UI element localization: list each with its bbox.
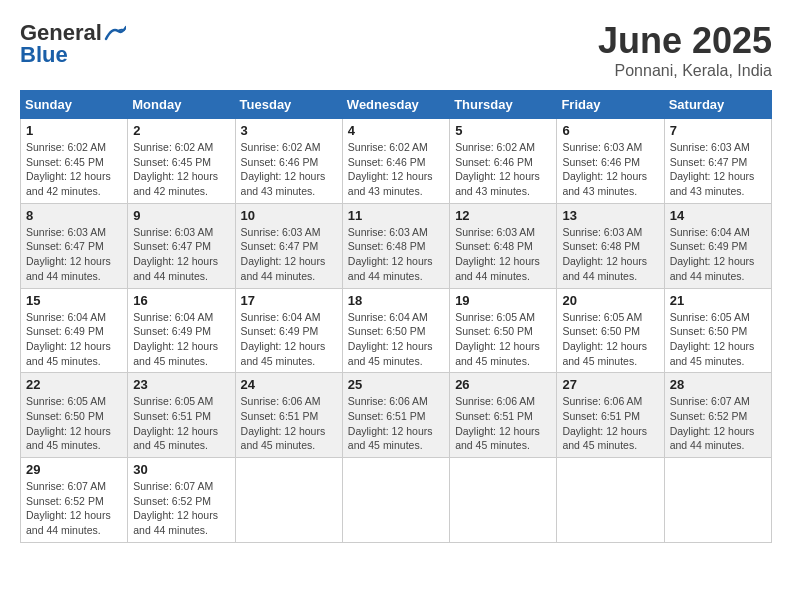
calendar-table: Sunday Monday Tuesday Wednesday Thursday… [20, 90, 772, 543]
day-info: Sunrise: 6:05 AM Sunset: 6:50 PM Dayligh… [26, 394, 122, 453]
day-info: Sunrise: 6:02 AM Sunset: 6:46 PM Dayligh… [455, 140, 551, 199]
day-info: Sunrise: 6:04 AM Sunset: 6:49 PM Dayligh… [133, 310, 229, 369]
calendar-cell [342, 458, 449, 543]
title-area: June 2025 Ponnani, Kerala, India [598, 20, 772, 80]
header-sunday: Sunday [21, 91, 128, 119]
header-wednesday: Wednesday [342, 91, 449, 119]
day-info: Sunrise: 6:02 AM Sunset: 6:46 PM Dayligh… [241, 140, 337, 199]
calendar-cell: 7 Sunrise: 6:03 AM Sunset: 6:47 PM Dayli… [664, 119, 771, 204]
day-info: Sunrise: 6:06 AM Sunset: 6:51 PM Dayligh… [455, 394, 551, 453]
calendar-cell: 21 Sunrise: 6:05 AM Sunset: 6:50 PM Dayl… [664, 288, 771, 373]
day-number: 27 [562, 377, 658, 392]
location-text: Ponnani, Kerala, India [598, 62, 772, 80]
day-info: Sunrise: 6:06 AM Sunset: 6:51 PM Dayligh… [241, 394, 337, 453]
calendar-week-row: 15 Sunrise: 6:04 AM Sunset: 6:49 PM Dayl… [21, 288, 772, 373]
day-number: 21 [670, 293, 766, 308]
day-info: Sunrise: 6:07 AM Sunset: 6:52 PM Dayligh… [26, 479, 122, 538]
calendar-cell: 28 Sunrise: 6:07 AM Sunset: 6:52 PM Dayl… [664, 373, 771, 458]
day-info: Sunrise: 6:03 AM Sunset: 6:47 PM Dayligh… [26, 225, 122, 284]
day-info: Sunrise: 6:03 AM Sunset: 6:46 PM Dayligh… [562, 140, 658, 199]
day-info: Sunrise: 6:04 AM Sunset: 6:49 PM Dayligh… [241, 310, 337, 369]
page-header: General Blue June 2025 Ponnani, Kerala, … [20, 20, 772, 80]
day-info: Sunrise: 6:05 AM Sunset: 6:50 PM Dayligh… [562, 310, 658, 369]
logo-blue-text: Blue [20, 42, 68, 68]
month-title: June 2025 [598, 20, 772, 62]
calendar-cell: 20 Sunrise: 6:05 AM Sunset: 6:50 PM Dayl… [557, 288, 664, 373]
day-number: 17 [241, 293, 337, 308]
day-number: 2 [133, 123, 229, 138]
day-number: 3 [241, 123, 337, 138]
day-info: Sunrise: 6:03 AM Sunset: 6:48 PM Dayligh… [455, 225, 551, 284]
day-info: Sunrise: 6:05 AM Sunset: 6:50 PM Dayligh… [670, 310, 766, 369]
day-number: 30 [133, 462, 229, 477]
day-info: Sunrise: 6:03 AM Sunset: 6:47 PM Dayligh… [670, 140, 766, 199]
day-number: 8 [26, 208, 122, 223]
calendar-cell: 15 Sunrise: 6:04 AM Sunset: 6:49 PM Dayl… [21, 288, 128, 373]
day-info: Sunrise: 6:03 AM Sunset: 6:47 PM Dayligh… [133, 225, 229, 284]
day-number: 28 [670, 377, 766, 392]
day-number: 25 [348, 377, 444, 392]
calendar-cell: 18 Sunrise: 6:04 AM Sunset: 6:50 PM Dayl… [342, 288, 449, 373]
day-number: 29 [26, 462, 122, 477]
day-info: Sunrise: 6:02 AM Sunset: 6:45 PM Dayligh… [26, 140, 122, 199]
calendar-cell [450, 458, 557, 543]
calendar-cell: 16 Sunrise: 6:04 AM Sunset: 6:49 PM Dayl… [128, 288, 235, 373]
calendar-cell: 2 Sunrise: 6:02 AM Sunset: 6:45 PM Dayli… [128, 119, 235, 204]
day-number: 26 [455, 377, 551, 392]
calendar-week-row: 8 Sunrise: 6:03 AM Sunset: 6:47 PM Dayli… [21, 203, 772, 288]
day-info: Sunrise: 6:07 AM Sunset: 6:52 PM Dayligh… [133, 479, 229, 538]
weekday-header-row: Sunday Monday Tuesday Wednesday Thursday… [21, 91, 772, 119]
day-number: 18 [348, 293, 444, 308]
calendar-cell: 17 Sunrise: 6:04 AM Sunset: 6:49 PM Dayl… [235, 288, 342, 373]
header-monday: Monday [128, 91, 235, 119]
day-number: 20 [562, 293, 658, 308]
calendar-cell: 8 Sunrise: 6:03 AM Sunset: 6:47 PM Dayli… [21, 203, 128, 288]
day-info: Sunrise: 6:03 AM Sunset: 6:47 PM Dayligh… [241, 225, 337, 284]
day-info: Sunrise: 6:05 AM Sunset: 6:51 PM Dayligh… [133, 394, 229, 453]
day-info: Sunrise: 6:02 AM Sunset: 6:45 PM Dayligh… [133, 140, 229, 199]
day-number: 12 [455, 208, 551, 223]
calendar-cell [235, 458, 342, 543]
day-info: Sunrise: 6:05 AM Sunset: 6:50 PM Dayligh… [455, 310, 551, 369]
day-info: Sunrise: 6:03 AM Sunset: 6:48 PM Dayligh… [562, 225, 658, 284]
day-info: Sunrise: 6:06 AM Sunset: 6:51 PM Dayligh… [348, 394, 444, 453]
day-info: Sunrise: 6:06 AM Sunset: 6:51 PM Dayligh… [562, 394, 658, 453]
calendar-week-row: 1 Sunrise: 6:02 AM Sunset: 6:45 PM Dayli… [21, 119, 772, 204]
calendar-week-row: 29 Sunrise: 6:07 AM Sunset: 6:52 PM Dayl… [21, 458, 772, 543]
calendar-cell: 4 Sunrise: 6:02 AM Sunset: 6:46 PM Dayli… [342, 119, 449, 204]
header-tuesday: Tuesday [235, 91, 342, 119]
calendar-cell: 12 Sunrise: 6:03 AM Sunset: 6:48 PM Dayl… [450, 203, 557, 288]
day-number: 10 [241, 208, 337, 223]
day-number: 4 [348, 123, 444, 138]
day-number: 22 [26, 377, 122, 392]
day-number: 1 [26, 123, 122, 138]
day-info: Sunrise: 6:04 AM Sunset: 6:50 PM Dayligh… [348, 310, 444, 369]
header-thursday: Thursday [450, 91, 557, 119]
logo-bird-icon [104, 25, 126, 41]
day-number: 6 [562, 123, 658, 138]
calendar-cell: 25 Sunrise: 6:06 AM Sunset: 6:51 PM Dayl… [342, 373, 449, 458]
calendar-cell: 11 Sunrise: 6:03 AM Sunset: 6:48 PM Dayl… [342, 203, 449, 288]
calendar-cell: 9 Sunrise: 6:03 AM Sunset: 6:47 PM Dayli… [128, 203, 235, 288]
day-number: 7 [670, 123, 766, 138]
calendar-cell: 1 Sunrise: 6:02 AM Sunset: 6:45 PM Dayli… [21, 119, 128, 204]
calendar-cell: 10 Sunrise: 6:03 AM Sunset: 6:47 PM Dayl… [235, 203, 342, 288]
day-number: 15 [26, 293, 122, 308]
calendar-week-row: 22 Sunrise: 6:05 AM Sunset: 6:50 PM Dayl… [21, 373, 772, 458]
calendar-cell: 5 Sunrise: 6:02 AM Sunset: 6:46 PM Dayli… [450, 119, 557, 204]
day-info: Sunrise: 6:02 AM Sunset: 6:46 PM Dayligh… [348, 140, 444, 199]
calendar-cell: 24 Sunrise: 6:06 AM Sunset: 6:51 PM Dayl… [235, 373, 342, 458]
day-number: 16 [133, 293, 229, 308]
day-number: 23 [133, 377, 229, 392]
day-info: Sunrise: 6:04 AM Sunset: 6:49 PM Dayligh… [670, 225, 766, 284]
day-number: 13 [562, 208, 658, 223]
header-saturday: Saturday [664, 91, 771, 119]
day-info: Sunrise: 6:03 AM Sunset: 6:48 PM Dayligh… [348, 225, 444, 284]
calendar-cell [664, 458, 771, 543]
calendar-cell: 6 Sunrise: 6:03 AM Sunset: 6:46 PM Dayli… [557, 119, 664, 204]
day-number: 24 [241, 377, 337, 392]
header-friday: Friday [557, 91, 664, 119]
day-number: 5 [455, 123, 551, 138]
calendar-cell [557, 458, 664, 543]
day-info: Sunrise: 6:07 AM Sunset: 6:52 PM Dayligh… [670, 394, 766, 453]
